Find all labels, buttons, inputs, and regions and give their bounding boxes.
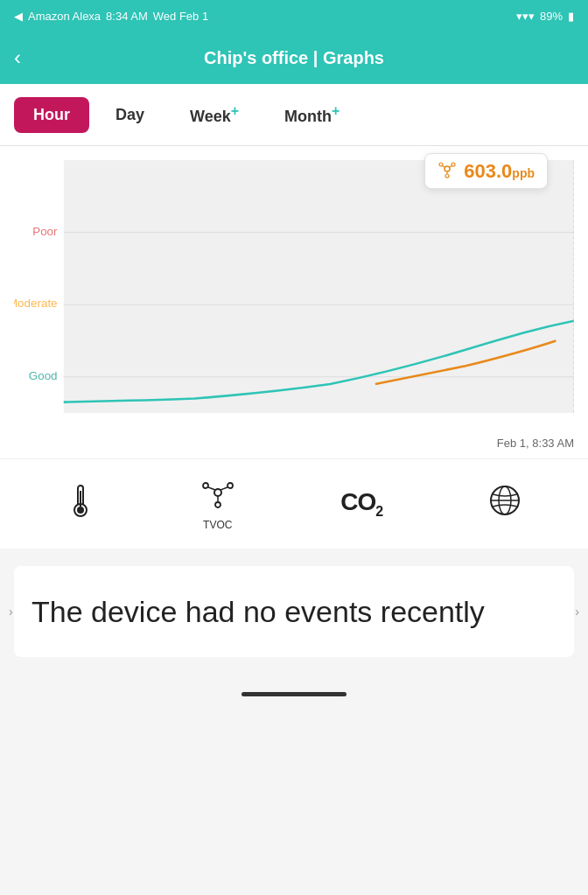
wifi-icon: ▾▾▾ bbox=[516, 10, 535, 23]
svg-line-23 bbox=[207, 486, 215, 489]
svg-point-21 bbox=[228, 483, 233, 488]
chart-tooltip: 603.0ppb bbox=[424, 153, 548, 189]
svg-point-2 bbox=[452, 163, 455, 166]
tab-week-label: Week bbox=[190, 108, 231, 125]
status-date: Wed Feb 1 bbox=[153, 10, 208, 23]
carrier: Amazon Alexa bbox=[28, 10, 101, 23]
header: ‹ Chip's office | Graphs bbox=[0, 31, 588, 84]
tab-month[interactable]: Month+ bbox=[265, 94, 359, 135]
events-message: The device had no events recently bbox=[32, 592, 556, 631]
svg-text:Good: Good bbox=[29, 369, 58, 382]
co2-icon: CO2 bbox=[340, 488, 382, 520]
tooltip-tvoc-icon bbox=[438, 159, 457, 183]
events-section: › The device had no events recently › bbox=[14, 566, 574, 657]
sensor-row: TVOC CO2 bbox=[0, 458, 588, 549]
back-button[interactable]: ‹ bbox=[14, 45, 21, 70]
chart-wrapper: 603.0ppb Poor Moderate Good bbox=[14, 146, 574, 431]
back-chevron: ‹ bbox=[14, 45, 21, 69]
svg-point-3 bbox=[445, 174, 449, 178]
sensor-temperature[interactable] bbox=[66, 482, 94, 526]
sensor-tvoc[interactable]: TVOC bbox=[200, 477, 235, 531]
svg-point-19 bbox=[214, 489, 221, 496]
tab-hour[interactable]: Hour bbox=[14, 97, 89, 133]
tooltip-unit: ppb bbox=[512, 166, 535, 180]
thermometer-icon bbox=[66, 482, 94, 526]
svg-text:Moderate: Moderate bbox=[14, 297, 58, 310]
tab-week[interactable]: Week+ bbox=[171, 94, 258, 135]
svg-point-22 bbox=[215, 502, 220, 507]
svg-text:Poor: Poor bbox=[32, 225, 58, 238]
sensor-co2[interactable]: CO2 bbox=[340, 488, 382, 520]
week-plus: + bbox=[231, 103, 239, 118]
chart-container: 603.0ppb Poor Moderate Good Feb 1, bbox=[0, 146, 588, 458]
page-title: Chip's office | Graphs bbox=[204, 48, 384, 68]
tab-day[interactable]: Day bbox=[96, 97, 164, 133]
tab-hour-label: Hour bbox=[33, 106, 70, 123]
battery-percent: 89% bbox=[540, 10, 563, 23]
arrow-right-icon: › bbox=[575, 605, 579, 619]
svg-point-18 bbox=[77, 507, 84, 514]
chart-timestamp: Feb 1, 8:33 AM bbox=[0, 431, 588, 458]
back-indicator: ◀ bbox=[14, 10, 23, 23]
month-plus: + bbox=[332, 103, 340, 118]
arrow-left-icon: › bbox=[9, 605, 13, 619]
home-bar bbox=[242, 692, 346, 696]
chart-svg[interactable]: Poor Moderate Good bbox=[14, 160, 574, 431]
tab-month-label: Month bbox=[284, 108, 332, 125]
status-bar: ◀ Amazon Alexa 8:34 AM Wed Feb 1 ▾▾▾ 89%… bbox=[0, 0, 588, 31]
home-indicator bbox=[0, 675, 588, 705]
svg-point-20 bbox=[203, 483, 208, 488]
tooltip-value: 603.0ppb bbox=[464, 160, 535, 183]
status-time: 8:34 AM bbox=[106, 10, 148, 23]
tab-bar: Hour Day Week+ Month+ bbox=[0, 84, 588, 146]
tab-day-label: Day bbox=[116, 106, 144, 123]
svg-line-24 bbox=[220, 486, 228, 489]
status-bar-left: ◀ Amazon Alexa 8:34 AM Wed Feb 1 bbox=[14, 10, 208, 23]
tvoc-label: TVOC bbox=[203, 519, 232, 531]
sensor-globe[interactable] bbox=[488, 484, 522, 524]
svg-rect-7 bbox=[64, 160, 574, 413]
svg-point-1 bbox=[439, 163, 443, 166]
globe-icon bbox=[488, 484, 522, 524]
battery-icon: ▮ bbox=[568, 10, 574, 23]
status-bar-right: ▾▾▾ 89% ▮ bbox=[516, 10, 574, 23]
events-wrapper: › The device had no events recently › bbox=[0, 566, 588, 657]
tvoc-icon bbox=[200, 477, 235, 515]
